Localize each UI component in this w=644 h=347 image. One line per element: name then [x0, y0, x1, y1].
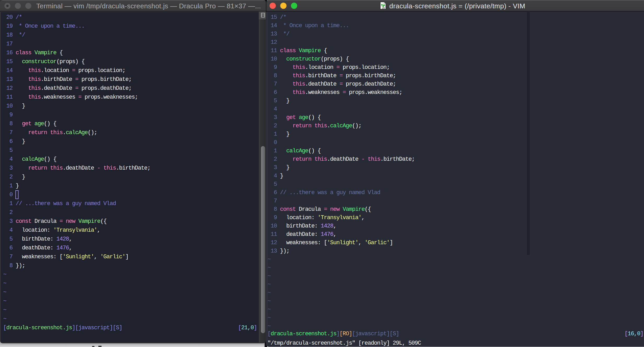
svg-text:JS: JS: [382, 7, 385, 9]
